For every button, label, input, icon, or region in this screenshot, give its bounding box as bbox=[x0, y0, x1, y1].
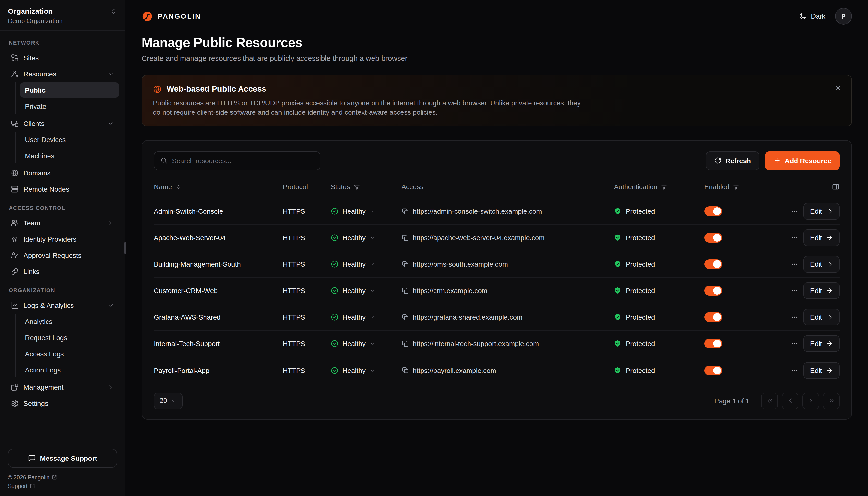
enabled-toggle[interactable] bbox=[704, 233, 722, 243]
status-cell[interactable]: Healthy bbox=[331, 340, 401, 348]
copy-url-button[interactable] bbox=[401, 261, 409, 268]
status-cell[interactable]: Healthy bbox=[331, 313, 401, 321]
filter-icon[interactable] bbox=[661, 184, 667, 190]
page-size-select[interactable]: 20 bbox=[154, 392, 183, 409]
sidebar-item-private[interactable]: Private bbox=[20, 98, 119, 114]
resource-protocol: HTTPS bbox=[283, 234, 331, 242]
enabled-toggle[interactable] bbox=[704, 206, 722, 216]
sidebar-item-access-logs[interactable]: Access Logs bbox=[20, 346, 119, 361]
last-page-button[interactable] bbox=[823, 392, 840, 409]
row-more-button[interactable] bbox=[790, 339, 800, 349]
sidebar-item-links[interactable]: Links bbox=[6, 263, 119, 279]
resource-url: https://apache-web-server-04.example.com bbox=[413, 234, 545, 242]
sidebar-item-approval-requests[interactable]: Approval Requests bbox=[6, 247, 119, 263]
sidebar-item-sites[interactable]: Sites bbox=[6, 49, 119, 66]
chevron-left-icon bbox=[786, 397, 794, 405]
ellipsis-icon bbox=[791, 207, 799, 215]
avatar[interactable]: P bbox=[835, 8, 852, 25]
row-more-button[interactable] bbox=[790, 260, 800, 269]
enabled-toggle[interactable] bbox=[704, 312, 722, 322]
copy-url-button[interactable] bbox=[401, 367, 409, 374]
sidebar-item-team[interactable]: Team bbox=[6, 215, 119, 231]
column-header-enabled: Enabled bbox=[704, 183, 729, 191]
brand: PANGOLIN bbox=[142, 11, 201, 22]
row-more-button[interactable] bbox=[790, 206, 800, 216]
edit-button[interactable]: Edit bbox=[803, 309, 840, 326]
sidebar-item-label: Remote Nodes bbox=[23, 185, 69, 193]
chevron-down-icon bbox=[370, 235, 375, 241]
sidebar-item-identity-providers[interactable]: Identity Providers bbox=[6, 231, 119, 247]
enabled-toggle[interactable] bbox=[704, 339, 722, 349]
status-label: Healthy bbox=[342, 261, 366, 268]
status-cell[interactable]: Healthy bbox=[331, 367, 401, 374]
sidebar-item-user-devices[interactable]: User Devices bbox=[20, 132, 119, 147]
table-row: Customer-CRM-Web HTTPS Healthy https://c… bbox=[154, 278, 840, 304]
sidebar-item-management[interactable]: Management bbox=[6, 379, 119, 395]
edit-label: Edit bbox=[810, 313, 822, 321]
sidebar-item-settings[interactable]: Settings bbox=[6, 395, 119, 411]
column-header-protocol: Protocol bbox=[283, 183, 308, 191]
table-body: Admin-Switch-Console HTTPS Healthy https… bbox=[154, 199, 840, 384]
copy-url-button[interactable] bbox=[401, 208, 409, 215]
enabled-toggle[interactable] bbox=[704, 366, 722, 375]
row-more-button[interactable] bbox=[790, 233, 800, 243]
resource-protocol: HTTPS bbox=[283, 367, 331, 374]
column-header-name: Name bbox=[154, 183, 172, 191]
enabled-toggle[interactable] bbox=[704, 286, 722, 296]
add-resource-button[interactable]: Add Resource bbox=[765, 152, 840, 170]
filter-icon[interactable] bbox=[733, 184, 739, 190]
edit-button[interactable]: Edit bbox=[803, 203, 840, 220]
sort-icon[interactable] bbox=[176, 184, 182, 190]
sidebar-item-domains[interactable]: Domains bbox=[6, 165, 119, 181]
authentication-cell: Protected bbox=[614, 367, 704, 374]
support-link[interactable]: Support bbox=[8, 483, 117, 489]
theme-toggle-button[interactable]: Dark bbox=[799, 12, 825, 20]
edit-button[interactable]: Edit bbox=[803, 362, 840, 379]
edit-button[interactable]: Edit bbox=[803, 336, 840, 352]
status-cell[interactable]: Healthy bbox=[331, 234, 401, 242]
sidebar-item-label: Identity Providers bbox=[23, 235, 76, 243]
resource-name: Payroll-Portal-App bbox=[154, 367, 283, 374]
sidebar-item-logs-analytics[interactable]: Logs & Analytics bbox=[6, 297, 119, 313]
copy-url-button[interactable] bbox=[401, 340, 409, 347]
sidebar-item-remote-nodes[interactable]: Remote Nodes bbox=[6, 181, 119, 197]
copy-url-button[interactable] bbox=[401, 314, 409, 321]
next-page-button[interactable] bbox=[802, 392, 819, 409]
access-cell: https://internal-tech-support.example.co… bbox=[401, 340, 614, 348]
copy-url-button[interactable] bbox=[401, 234, 409, 242]
row-more-button[interactable] bbox=[790, 366, 800, 375]
sidebar-item-analytics[interactable]: Analytics bbox=[20, 314, 119, 329]
chevron-down-icon bbox=[370, 288, 375, 294]
copyright-link[interactable]: © 2026 Pangolin bbox=[8, 475, 117, 480]
filter-icon[interactable] bbox=[353, 184, 360, 190]
edit-button[interactable]: Edit bbox=[803, 230, 840, 246]
edit-button[interactable]: Edit bbox=[803, 256, 840, 273]
refresh-button[interactable]: Refresh bbox=[706, 152, 759, 170]
status-cell[interactable]: Healthy bbox=[331, 261, 401, 268]
sidebar-item-request-logs[interactable]: Request Logs bbox=[20, 330, 119, 345]
columns-settings-icon[interactable] bbox=[832, 183, 840, 191]
message-support-button[interactable]: Message Support bbox=[8, 449, 117, 468]
banner-close-button[interactable] bbox=[833, 83, 842, 94]
shield-check-icon bbox=[614, 367, 622, 374]
search-input[interactable] bbox=[172, 157, 314, 165]
ellipsis-icon bbox=[791, 287, 799, 295]
status-cell[interactable]: Healthy bbox=[331, 287, 401, 295]
sidebar-item-public[interactable]: Public bbox=[20, 82, 119, 97]
edit-button[interactable]: Edit bbox=[803, 282, 840, 299]
sidebar-item-resources[interactable]: Resources bbox=[6, 66, 119, 82]
prev-page-button[interactable] bbox=[782, 392, 799, 409]
first-page-button[interactable] bbox=[761, 392, 778, 409]
status-cell[interactable]: Healthy bbox=[331, 207, 401, 215]
enabled-toggle[interactable] bbox=[704, 260, 722, 269]
authentication-label: Protected bbox=[626, 287, 655, 295]
support-label: Support bbox=[8, 483, 28, 489]
sidebar-item-action-logs[interactable]: Action Logs bbox=[20, 362, 119, 377]
sidebar-resize-handle[interactable] bbox=[125, 242, 126, 254]
row-more-button[interactable] bbox=[790, 312, 800, 322]
sidebar-item-clients[interactable]: Clients bbox=[6, 115, 119, 131]
sidebar-item-machines[interactable]: Machines bbox=[20, 148, 119, 163]
copy-url-button[interactable] bbox=[401, 287, 409, 295]
org-switcher[interactable]: Organization Demo Organization bbox=[0, 0, 125, 31]
row-more-button[interactable] bbox=[790, 286, 800, 296]
